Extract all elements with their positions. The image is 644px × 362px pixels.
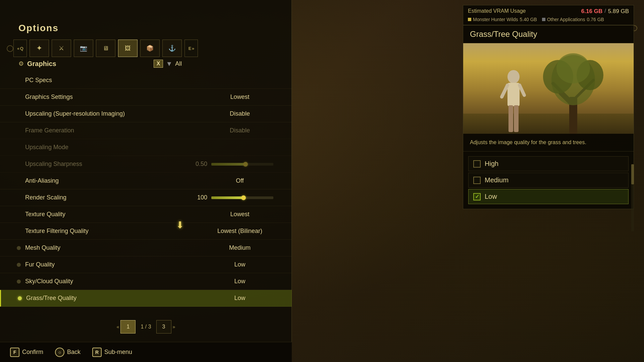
options-title: Options <box>18 23 59 34</box>
tab-character[interactable]: ✦ <box>30 40 49 57</box>
svg-rect-13 <box>514 105 519 132</box>
vram-sub: Monster Hunter Wilds 5.40 GB Other Appli… <box>468 17 629 22</box>
setting-grass-quality[interactable]: Grass/Tree Quality Low <box>0 290 292 307</box>
action-submenu[interactable]: R Sub-menu <box>92 348 132 357</box>
option-medium[interactable]: Medium <box>468 173 629 188</box>
settings-list: PC Specs Graphics Settings Lowest Upscal… <box>0 72 292 307</box>
slider-sharpness-value: 0.50 <box>191 161 207 168</box>
vram-game-label: Monster Hunter Wilds <box>473 17 518 22</box>
slider-render-thumb[interactable] <box>241 195 246 200</box>
checkbox-medium[interactable] <box>473 177 481 184</box>
action-submenu-label: Sub-menu <box>104 349 132 356</box>
graphics-icon: ⚙ <box>18 60 24 67</box>
svg-line-10 <box>502 85 507 97</box>
setting-upscaling-mode: Upscaling Mode <box>0 139 292 156</box>
setting-render-scaling[interactable]: Render Scaling 100 <box>0 189 292 206</box>
setting-value-texture-q: Lowest <box>206 211 273 218</box>
setting-name-pc-specs: PC Specs <box>25 77 273 84</box>
slider-render[interactable]: 100 <box>186 194 273 201</box>
svg-point-7 <box>556 53 590 83</box>
setting-value-fur: Low <box>206 261 273 268</box>
svg-rect-12 <box>508 105 513 132</box>
dot-fur <box>17 263 21 267</box>
left-panel: Options « Q ✦ ⚔ 📷 🖥 🖼 📦 ⚓ E » ⚙ Graphics… <box>0 0 292 362</box>
tab-controls[interactable]: ⚓ <box>162 40 182 57</box>
setting-name-upscaling-mode: Upscaling Mode <box>25 144 206 151</box>
setting-sky-quality[interactable]: Sky/Cloud Quality Low <box>0 273 292 290</box>
slider-sharpness-track <box>211 163 273 166</box>
setting-name-grass: Grass/Tree Quality <box>26 295 206 302</box>
tab-nav-left[interactable]: « Q <box>13 40 27 57</box>
key-f: F <box>10 348 19 357</box>
setting-value-frame-gen: Disable <box>206 127 273 134</box>
setting-fur-quality[interactable]: Fur Quality Low <box>0 256 292 273</box>
tab-camera[interactable]: 📷 <box>74 40 93 57</box>
checkbox-low[interactable]: ✓ <box>473 193 481 200</box>
option-low-label: Low <box>485 193 497 200</box>
page-nav-next[interactable]: 3 » <box>156 320 175 334</box>
setting-name-mesh: Mesh Quality <box>25 244 206 251</box>
option-medium-label: Medium <box>485 176 508 184</box>
setting-pc-specs[interactable]: PC Specs <box>0 72 292 89</box>
setting-value-graphics: Lowest <box>206 94 273 101</box>
action-confirm-label: Confirm <box>22 349 43 356</box>
dot-grass <box>18 296 22 300</box>
vram-game: Monster Hunter Wilds 5.40 GB <box>468 17 537 22</box>
tab-equipment[interactable]: ⚔ <box>52 40 71 57</box>
filter-funnel-icon: ▼ <box>166 60 172 68</box>
vram-other-usage: 0.76 GB <box>587 17 604 22</box>
setting-value-sky: Low <box>206 278 273 285</box>
setting-value-grass: Low <box>206 295 273 302</box>
options-list: High Medium ✓ Low <box>463 152 634 209</box>
vram-available: 5.89 GB <box>608 8 629 15</box>
setting-texture-quality[interactable]: Texture Quality Lowest <box>0 206 292 223</box>
graphics-label: Graphics <box>27 60 56 68</box>
setting-name-sky: Sky/Cloud Quality <box>25 278 206 285</box>
setting-upscaling[interactable]: Upscaling (Super-resolution Imaging) Dis… <box>0 106 292 122</box>
filter-all-label: All <box>175 60 182 67</box>
setting-upscaling-sharpness: Upscaling Sharpness 0.50 <box>0 156 292 173</box>
setting-name-upscaling-sharpness: Upscaling Sharpness <box>25 161 186 168</box>
vram-usage: 6.16 GB <box>581 8 602 15</box>
svg-point-8 <box>507 70 520 83</box>
tab-display[interactable]: 🖥 <box>96 40 115 57</box>
tab-graphics[interactable]: 🖼 <box>118 40 138 57</box>
page-nav-prev[interactable]: « 1 <box>117 320 136 334</box>
setting-mesh-quality[interactable]: Mesh Quality Medium <box>0 240 292 256</box>
action-back[interactable]: ○ Back <box>55 348 80 357</box>
detail-scrollbar[interactable] <box>631 164 634 231</box>
setting-graphics-settings[interactable]: Graphics Settings Lowest <box>0 89 292 106</box>
option-low[interactable]: ✓ Low <box>468 189 629 204</box>
page-btn-3[interactable]: 3 <box>156 320 171 334</box>
filter-clear-btn[interactable]: X <box>154 60 163 68</box>
setting-name-upscaling: Upscaling (Super-resolution Imaging) <box>25 110 206 117</box>
page-btn-1[interactable]: 1 <box>120 320 136 334</box>
dot-mesh <box>17 246 21 250</box>
vram-header: Estimated VRAM Usage 6.16 GB / 5.89 GB <box>468 8 629 15</box>
checkmark-low: ✓ <box>475 193 479 200</box>
setting-frame-gen: Frame Generation Disable <box>0 122 292 139</box>
setting-name-frame-gen: Frame Generation <box>25 127 206 134</box>
option-high[interactable]: High <box>468 156 629 171</box>
checkbox-high[interactable] <box>473 160 481 168</box>
detail-preview <box>463 43 634 134</box>
tab-network[interactable]: 📦 <box>140 40 160 57</box>
setting-anti-aliasing[interactable]: Anti-Aliasing Off <box>0 173 292 189</box>
action-confirm[interactable]: F Confirm <box>10 348 43 357</box>
vram-other-label: Other Applications <box>547 17 585 22</box>
detail-title: Grass/Tree Quality <box>463 25 634 43</box>
detail-scrollbar-thumb[interactable] <box>631 164 634 184</box>
detail-description: Adjusts the image quality for the grass … <box>463 134 634 152</box>
slider-sharpness-fill <box>211 163 246 166</box>
slider-sharpness-thumb <box>243 162 248 167</box>
key-circle: ○ <box>55 348 64 357</box>
tab-nav-right[interactable]: E » <box>184 40 198 57</box>
setting-texture-filtering[interactable]: Texture Filtering Quality Lowest (Biline… <box>0 223 292 240</box>
setting-name-aa: Anti-Aliasing <box>25 177 206 184</box>
vram-other: Other Applications 0.76 GB <box>542 17 604 22</box>
slider-sharpness: 0.50 <box>186 161 273 168</box>
page-prev-chevron: « <box>117 324 119 329</box>
tab-bar: « Q ✦ ⚔ 📷 🖥 🖼 📦 ⚓ E » <box>13 40 282 57</box>
slider-render-track[interactable] <box>211 196 273 199</box>
pagination: « 1 1 / 3 3 » <box>0 320 292 334</box>
